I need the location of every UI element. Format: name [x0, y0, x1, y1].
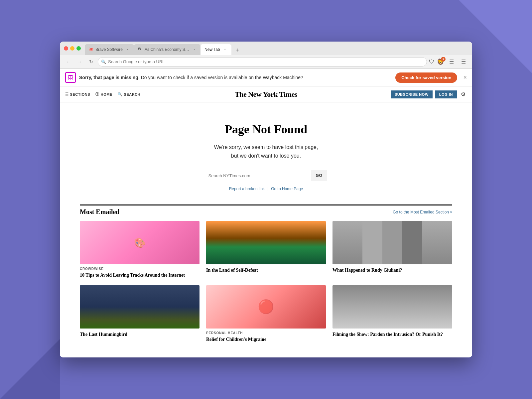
nyt-home-icon: Ⓣ: [95, 92, 99, 97]
tab-2-close[interactable]: ×: [192, 47, 197, 52]
article-1-title: 10 Tips to Avoid Leaving Tracks Around t…: [80, 272, 200, 279]
wayback-broken-image-icon: 🖼: [68, 74, 73, 80]
nav-right-icons: 🛡 🦁 1 ☰ ☰: [429, 57, 468, 66]
go-to-home-link[interactable]: Go to Home Page: [271, 187, 303, 191]
nyt-search-button[interactable]: 🔍 SEARCH: [118, 91, 140, 98]
home-label: HOME: [101, 92, 112, 96]
article-2-image: [206, 221, 326, 264]
reload-button[interactable]: ↻: [86, 57, 96, 66]
nyt-nav-left: ☰ SECTIONS Ⓣ HOME 🔍 SEARCH: [65, 90, 199, 98]
tab-1-label: Brave Software: [95, 47, 123, 52]
article-card-3[interactable]: What Happened to Rudy Giuliani?: [332, 221, 452, 279]
article-2-title: In the Land of Self-Defeat: [206, 267, 326, 274]
wayback-banner: 🖼 Sorry, that page is missing. Do you wa…: [60, 69, 472, 86]
nyt-search-go-button[interactable]: GO: [311, 170, 328, 181]
back-button[interactable]: ←: [64, 57, 73, 66]
nyt-sections-button[interactable]: ☰ SECTIONS: [65, 91, 90, 98]
articles-grid: 🎨 CROWDWISE 10 Tips to Avoid Leaving Tra…: [80, 221, 452, 342]
traffic-light-minimize[interactable]: [70, 46, 74, 51]
not-found-desc-line1: We're sorry, we seem to have lost this p…: [214, 144, 318, 150]
browser-tab-3[interactable]: New Tab ×: [200, 44, 231, 55]
not-found-title: Page Not Found: [66, 122, 466, 136]
wayback-banner-close[interactable]: ×: [463, 74, 467, 81]
tab-1-close[interactable]: ×: [125, 47, 130, 52]
article-card-2[interactable]: In the Land of Self-Defeat: [206, 221, 326, 279]
tab-2-favicon: W: [138, 47, 143, 52]
shield-icon[interactable]: 🛡: [429, 59, 434, 65]
svg-rect-1: [362, 221, 382, 264]
article-3-image: [332, 221, 452, 264]
article-5-title: Relief for Children's Migraine: [206, 336, 326, 343]
tab-3-close[interactable]: ×: [223, 47, 227, 52]
address-bar-wrapper: 🔍: [98, 57, 427, 66]
nyt-subscribe-button[interactable]: SUBSCRIBE NOW: [391, 90, 433, 98]
tab-1-favicon: 🐙: [89, 47, 93, 52]
nyt-search-input[interactable]: [205, 170, 311, 181]
nav-bar: ← → ↻ 🔍 🛡 🦁 1 ☰ ☰: [60, 55, 472, 69]
search-label: SEARCH: [124, 92, 141, 96]
report-broken-link[interactable]: Report a broken link: [229, 187, 265, 191]
reading-list-button[interactable]: ☰: [447, 57, 456, 66]
browser-tab-1[interactable]: 🐙 Brave Software ×: [85, 44, 134, 55]
article-6-title: Filming the Show: Pardon the Intrusion? …: [332, 331, 452, 338]
sections-label: SECTIONS: [70, 92, 90, 96]
article-1-tag: CROWDWISE: [80, 267, 200, 271]
svg-rect-3: [402, 221, 422, 264]
article-card-4[interactable]: The Last Hummingbird: [80, 285, 200, 343]
wayback-message: Sorry, that page is missing. Do you want…: [79, 75, 392, 80]
new-tab-button[interactable]: +: [233, 46, 242, 55]
article-6-image: [332, 285, 452, 329]
svg-rect-2: [382, 221, 402, 264]
wayback-message-rest: Do you want to check if a saved version …: [141, 75, 303, 80]
nyt-search-row: GO: [66, 170, 466, 181]
link-separator: |: [267, 187, 268, 191]
browser-window: 🐙 Brave Software × W As China's Economy …: [60, 42, 472, 357]
tab-2-label: As China's Economy Suffers, Xi F...: [145, 47, 189, 52]
brave-rewards-button[interactable]: 🦁 1: [437, 58, 444, 66]
article-card-6[interactable]: Filming the Show: Pardon the Intrusion? …: [332, 285, 452, 343]
address-bar[interactable]: [98, 57, 427, 66]
most-emailed-section: Most Emailed Go to the Most Emailed Sect…: [60, 204, 472, 356]
nyt-home-button[interactable]: Ⓣ HOME: [95, 90, 112, 98]
not-found-section: Page Not Found We're sorry, we seem to h…: [60, 102, 472, 204]
article-1-image: 🎨: [80, 221, 200, 264]
wayback-icon: 🖼: [65, 72, 76, 83]
check-saved-version-button[interactable]: Check for saved version: [395, 72, 457, 83]
tabs-bar: 🐙 Brave Software × W As China's Economy …: [85, 42, 468, 55]
browser-tab-2[interactable]: W As China's Economy Suffers, Xi F... ×: [134, 44, 200, 55]
most-emailed-section-link[interactable]: Go to the Most Emailed Section »: [393, 210, 452, 214]
article-3-title: What Happened to Rudy Giuliani?: [332, 267, 452, 274]
article-4-title: The Last Hummingbird: [80, 331, 200, 338]
not-found-desc-line2: but we don't want to lose you.: [231, 153, 301, 159]
sketch-icon: 🎨: [134, 237, 146, 248]
hamburger-icon: ☰: [65, 92, 69, 96]
article-5-image: 🔴: [206, 285, 326, 329]
nyt-search-icon: 🔍: [118, 92, 123, 96]
nyt-header: ☰ SECTIONS Ⓣ HOME 🔍 SEARCH The New York …: [60, 86, 472, 102]
nyt-logo[interactable]: The New York Times: [199, 90, 333, 99]
most-emailed-header: Most Emailed Go to the Most Emailed Sect…: [80, 204, 452, 216]
article-card-5[interactable]: 🔴 PERSONAL HEALTH Relief for Children's …: [206, 285, 326, 343]
traffic-light-maximize[interactable]: [76, 46, 81, 51]
nyt-links: Report a broken link | Go to Home Page: [66, 187, 466, 191]
wayback-message-bold: Sorry, that page is missing.: [79, 75, 140, 80]
article-4-image: [80, 285, 200, 329]
menu-button[interactable]: ☰: [459, 57, 468, 66]
tab-3-label: New Tab: [204, 47, 220, 52]
nyt-login-button[interactable]: LOG IN: [435, 90, 457, 98]
forward-button[interactable]: →: [75, 57, 84, 66]
nyt-settings-icon[interactable]: ⚙: [460, 90, 467, 99]
article-card-1[interactable]: 🎨 CROWDWISE 10 Tips to Avoid Leaving Tra…: [80, 221, 200, 279]
title-bar: 🐙 Brave Software × W As China's Economy …: [60, 42, 472, 55]
traffic-light-close[interactable]: [64, 46, 68, 51]
rudy-image-svg: [332, 221, 452, 264]
most-emailed-title: Most Emailed: [80, 208, 119, 216]
brave-rewards-badge-count: 1: [441, 57, 446, 62]
not-found-description: We're sorry, we seem to have lost this p…: [66, 143, 466, 160]
traffic-lights: [64, 46, 81, 51]
nyt-nav-right: SUBSCRIBE NOW LOG IN ⚙: [333, 90, 467, 99]
bg-decoration-bl: [0, 339, 60, 399]
article-5-tag: PERSONAL HEALTH: [206, 331, 326, 335]
migraine-icon: 🔴: [258, 299, 274, 315]
page-content: ☰ SECTIONS Ⓣ HOME 🔍 SEARCH The New York …: [60, 86, 472, 357]
